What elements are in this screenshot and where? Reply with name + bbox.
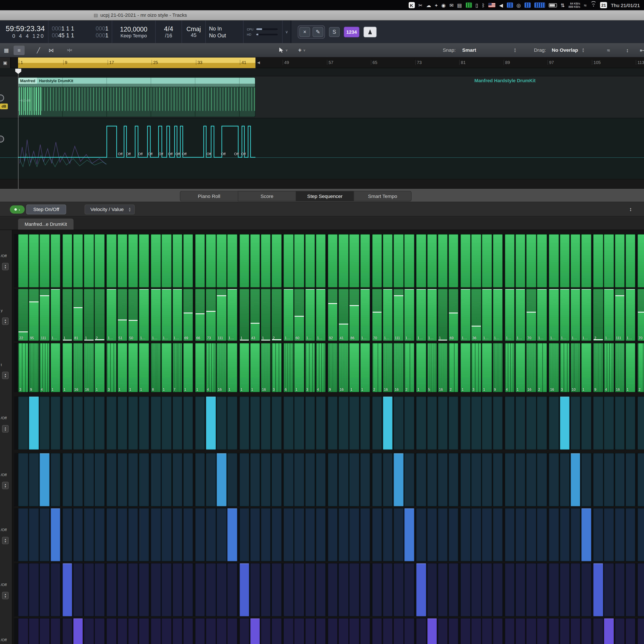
step-cell[interactable] (604, 563, 614, 617)
lcd-key[interactable]: Cmaj 45 (182, 21, 206, 43)
step-cell[interactable] (217, 618, 227, 644)
step-cell[interactable] (360, 618, 370, 644)
step-cell[interactable]: 16 (217, 343, 227, 392)
waveform-zoom-icon[interactable]: ≈ (603, 45, 614, 55)
step-cell[interactable]: 111 (615, 289, 625, 341)
step-cell[interactable]: 16 (526, 343, 536, 392)
step-cell[interactable] (250, 396, 260, 450)
step-cell[interactable] (106, 396, 117, 450)
step-cell[interactable] (183, 453, 193, 506)
step-cell[interactable] (62, 453, 72, 506)
step-cell[interactable] (227, 508, 237, 562)
step-cell[interactable] (18, 508, 28, 562)
step-cell[interactable] (471, 396, 481, 450)
step-cell[interactable] (139, 396, 149, 450)
step-cell[interactable]: 16 (393, 343, 404, 392)
step-cell[interactable] (151, 396, 161, 450)
step-cell[interactable]: 1 (360, 343, 370, 392)
step-cell[interactable] (128, 234, 138, 288)
step-cell[interactable] (206, 508, 216, 562)
step-cell[interactable] (570, 453, 580, 506)
document-proxy-icon[interactable]: ▤ (94, 12, 98, 18)
step-cell[interactable] (84, 234, 94, 288)
step-cell[interactable]: 8 (151, 343, 161, 392)
step-cell[interactable] (427, 618, 437, 644)
step-cell[interactable] (50, 234, 61, 288)
audio-track-lane[interactable]: +0,0 dB (0, 118, 644, 179)
pencil-button[interactable]: ✎ (313, 27, 323, 37)
step-cell[interactable] (217, 563, 227, 617)
step-cell[interactable]: 1… (161, 289, 172, 341)
step-cell[interactable]: 69 (183, 289, 193, 341)
step-cell[interactable]: 1… (537, 289, 547, 341)
step-cell[interactable]: 1… (427, 289, 437, 341)
step-cell[interactable] (239, 234, 249, 288)
step-cell[interactable] (95, 453, 105, 506)
step-cell[interactable]: 9 (493, 343, 503, 392)
step-cell[interactable] (84, 618, 94, 644)
step-cell[interactable]: 1 (139, 343, 149, 392)
step-cell[interactable]: 1… (549, 289, 559, 341)
step-cell[interactable] (161, 453, 172, 506)
step-cell[interactable] (106, 234, 117, 288)
step-cell[interactable] (581, 563, 591, 617)
step-cell[interactable] (272, 234, 282, 288)
step-cell[interactable] (217, 453, 227, 506)
step-cell[interactable] (637, 508, 644, 562)
step-cell[interactable]: 16 (615, 343, 625, 392)
step-cell[interactable] (471, 453, 481, 506)
step-cell[interactable]: 3 (560, 343, 570, 392)
step-cell[interactable] (284, 396, 294, 450)
step-cell[interactable] (438, 618, 448, 644)
step-cell[interactable] (604, 508, 614, 562)
step-cell[interactable] (50, 508, 61, 562)
step-cell[interactable] (328, 618, 338, 644)
step-cell[interactable] (29, 453, 39, 506)
automation-waveform[interactable] (18, 118, 255, 179)
step-cell[interactable]: 1 (416, 343, 426, 392)
step-cell[interactable]: 1… (227, 289, 237, 341)
menubar-clock[interactable]: Thu 21/01/21 (611, 2, 640, 8)
step-cell[interactable] (549, 618, 559, 644)
step-cell[interactable] (250, 453, 260, 506)
step-cell[interactable] (84, 453, 94, 506)
step-cell[interactable] (250, 563, 260, 617)
tab-piano-roll[interactable]: Piano Roll (180, 191, 238, 201)
step-cell[interactable] (637, 396, 644, 450)
step-cell[interactable] (18, 234, 28, 288)
step-cell[interactable] (482, 618, 492, 644)
step-cell[interactable] (117, 618, 127, 644)
step-cell[interactable] (73, 618, 83, 644)
flex-icon[interactable]: ⋈ (46, 45, 57, 55)
step-cell[interactable] (50, 563, 61, 617)
secondary-tool-menu[interactable]: +∨ (298, 47, 306, 53)
step-cell[interactable] (128, 618, 138, 644)
step-cell[interactable] (294, 563, 304, 617)
step-cell[interactable]: 4 (316, 343, 326, 392)
step-cell[interactable] (250, 618, 260, 644)
step-cell[interactable] (383, 563, 393, 617)
step-cell[interactable] (261, 508, 271, 562)
step-cell[interactable] (172, 508, 182, 562)
step-cell[interactable] (316, 618, 326, 644)
snap-menu[interactable]: Snap: Smart ∧∨ (443, 47, 516, 53)
step-cell[interactable] (537, 234, 547, 288)
step-cell[interactable] (139, 453, 149, 506)
step-cell[interactable] (239, 618, 249, 644)
step-cell[interactable] (261, 234, 271, 288)
step-cell[interactable] (305, 508, 315, 562)
step-cell[interactable]: 1… (305, 289, 315, 341)
step-cell[interactable] (239, 508, 249, 562)
step-cell[interactable] (328, 563, 338, 617)
step-cell[interactable] (239, 453, 249, 506)
step-cell[interactable] (471, 234, 481, 288)
metronome-button[interactable] (363, 26, 377, 37)
step-cell[interactable] (360, 234, 370, 288)
step-cell[interactable] (625, 453, 635, 506)
window-titlebar[interactable]: ▤ ucpj 21-01-2021 - mr oizo style - Trac… (0, 10, 644, 21)
step-cell[interactable] (515, 396, 526, 450)
step-cell[interactable]: 1 (183, 343, 193, 392)
step-cell[interactable] (62, 508, 72, 562)
step-cell[interactable] (39, 396, 50, 450)
step-cell[interactable] (128, 508, 138, 562)
